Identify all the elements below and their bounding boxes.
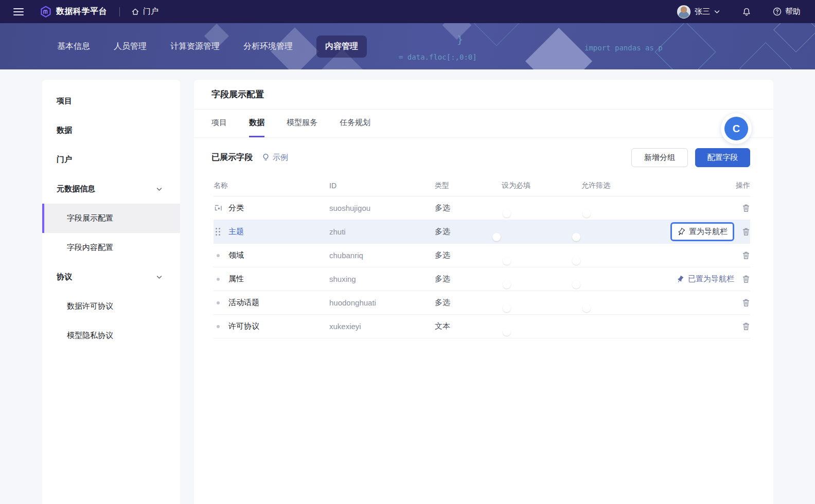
field-type: 多选 (435, 250, 502, 260)
logo-icon (40, 6, 51, 18)
field-type: 多选 (435, 274, 502, 284)
delete-icon[interactable] (742, 251, 750, 260)
col-header-name: 名称 (214, 181, 329, 190)
content-tab[interactable]: 任务规划 (340, 118, 370, 137)
col-header-action: 操作 (661, 181, 750, 190)
pinned-nav-status[interactable]: 已置为导航栏 (676, 274, 734, 284)
question-circle-icon (773, 7, 782, 16)
lightbulb-icon (262, 153, 270, 161)
field-type: 多选 (435, 298, 502, 308)
content-tabs: 项目数据模型服务任务规划 (194, 110, 773, 138)
col-header-required: 设为必填 (502, 181, 581, 190)
help-label: 帮助 (785, 7, 801, 16)
sidebar-item[interactable]: 字段展示配置 (42, 204, 180, 233)
example-label: 示例 (273, 153, 288, 163)
col-header-filterable: 允许筛选 (581, 181, 661, 190)
section-title: 已展示字段 (211, 152, 253, 163)
user-name: 张三 (695, 7, 710, 16)
delete-icon[interactable] (742, 227, 750, 236)
coachmark-letter: C (724, 117, 748, 140)
field-id: chubanriq (329, 251, 435, 260)
configure-fields-button[interactable]: 配置字段 (695, 148, 750, 167)
sidebar-item[interactable]: 模型隐私协议 (42, 321, 180, 350)
category-icon (214, 204, 223, 212)
delete-icon[interactable] (742, 322, 750, 331)
field-type: 多选 (435, 203, 502, 213)
field-id: huodonghuati (329, 298, 435, 307)
field-id: suoshujigou (329, 204, 435, 212)
table-row: 活动话题 huodonghuati 多选 (214, 291, 750, 315)
portal-label: 门户 (143, 7, 158, 16)
table-row: 分类 suoshujigou 多选 (214, 196, 750, 220)
sidebar: 项目 数据 门户 元数据信息 字段展示配置 字段内容配置 协议 数据许可协议 模… (42, 80, 180, 504)
col-header-type: 类型 (435, 181, 502, 190)
table-row: 许可协议 xukexieyi 文本 (214, 315, 750, 338)
module-nav-tab[interactable]: 计算资源管理 (170, 35, 220, 58)
module-nav-tab[interactable]: 分析环境管理 (243, 35, 293, 58)
fields-table: 名称 ID 类型 设为必填 允许筛选 操作 分类 suoshujigou 多选 (194, 175, 773, 338)
sidebar-item[interactable]: 字段内容配置 (42, 233, 180, 262)
topbar-portal-link[interactable]: 门户 (131, 7, 158, 16)
delete-icon[interactable] (742, 298, 750, 307)
coachmark-badge: C (721, 113, 752, 144)
field-type: 文本 (435, 321, 502, 331)
table-header: 名称 ID 类型 设为必填 允许筛选 操作 (214, 175, 750, 196)
content-tab[interactable]: 数据 (249, 118, 264, 137)
field-id: xukexieyi (329, 322, 435, 331)
table-row: 主题 zhuti 多选 置为导航栏 (214, 220, 750, 244)
content-tab[interactable]: 模型服务 (287, 118, 317, 137)
notifications-button[interactable] (742, 7, 751, 16)
bullet-icon (214, 301, 223, 304)
sidebar-item[interactable]: 数据许可协议 (42, 292, 180, 321)
set-as-nav-button[interactable]: 置为导航栏 (670, 222, 734, 241)
field-name: 主题 (228, 227, 244, 237)
chevron-down-icon (156, 274, 163, 280)
hamburger-menu-icon[interactable] (13, 8, 24, 15)
home-icon (131, 8, 139, 16)
delete-icon[interactable] (742, 204, 750, 212)
module-nav-tab[interactable]: 内容管理 (316, 35, 367, 58)
field-type: 多选 (435, 227, 502, 237)
add-group-button[interactable]: 新增分组 (631, 148, 688, 167)
chevron-down-icon (156, 186, 163, 192)
table-row: 领域 chubanriq 多选 (214, 244, 750, 267)
sidebar-item[interactable]: 门户 (42, 145, 180, 174)
table-row: 属性 shuxing 多选 已置为导航栏 (214, 267, 750, 291)
delete-icon[interactable] (742, 275, 750, 283)
divider (119, 7, 120, 16)
module-nav-tab[interactable]: 人员管理 (114, 35, 147, 58)
main-content: 字段展示配置 项目数据模型服务任务规划 已展示字段 示例 新增分组 配置字段 C… (194, 80, 773, 504)
avatar (677, 5, 690, 19)
col-header-id: ID (329, 182, 435, 190)
content-tab[interactable]: 项目 (211, 118, 227, 137)
field-id: shuxing (329, 275, 435, 283)
field-name: 分类 (228, 203, 244, 213)
sidebar-item[interactable]: 数据 (42, 116, 180, 145)
bullet-icon (214, 254, 223, 257)
brand: 数据科学平台 (40, 6, 107, 18)
bell-icon (742, 7, 751, 16)
top-app-bar: 数据科学平台 门户 张三 帮助 (0, 0, 815, 23)
sidebar-item[interactable]: 协议 (42, 262, 180, 292)
product-name: 数据科学平台 (56, 6, 107, 17)
field-name: 活动话题 (228, 298, 259, 308)
module-nav-tab[interactable]: 基本信息 (57, 35, 90, 58)
drag-handle-icon[interactable] (214, 228, 223, 236)
user-menu[interactable]: 张三 (677, 5, 719, 19)
bullet-icon (214, 278, 223, 281)
chevron-down-icon (714, 9, 719, 14)
module-nav-banner: import pandas as p = data.floc[:,0:0] .f… (0, 23, 815, 69)
bullet-icon (214, 325, 223, 328)
field-id: zhuti (329, 227, 435, 236)
help-button[interactable]: 帮助 (773, 7, 801, 16)
sidebar-item[interactable]: 项目 (42, 86, 180, 116)
page-title: 字段展示配置 (211, 88, 264, 100)
module-nav-tabs: 基本信息人员管理计算资源管理分析环境管理内容管理 (57, 23, 367, 69)
sidebar-item[interactable]: 元数据信息 (42, 174, 180, 204)
field-name: 属性 (228, 274, 244, 284)
example-link[interactable]: 示例 (262, 153, 288, 163)
field-name: 领域 (228, 250, 244, 260)
field-name: 许可协议 (228, 321, 259, 331)
